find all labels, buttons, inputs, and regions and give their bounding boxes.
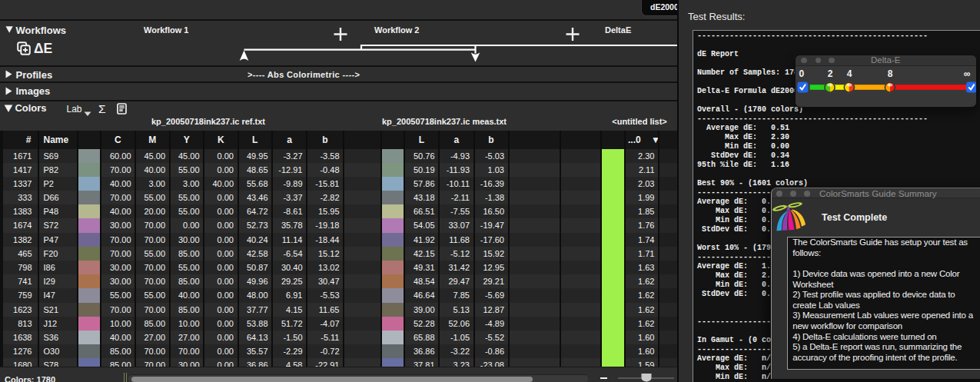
svg-text:2: 2 xyxy=(828,68,833,79)
svg-text:0: 0 xyxy=(799,68,804,79)
svg-text:8: 8 xyxy=(888,68,893,79)
svg-text:∞: ∞ xyxy=(964,68,971,79)
svg-text:4: 4 xyxy=(847,68,852,79)
